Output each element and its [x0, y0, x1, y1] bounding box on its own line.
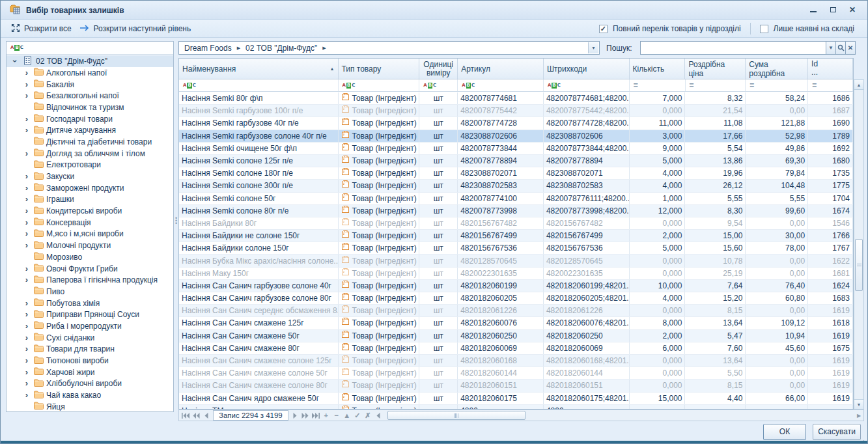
tree-item[interactable]: › Закуски — [7, 171, 173, 182]
hscroll-left-button[interactable] — [373, 411, 384, 420]
table-row[interactable]: Насіння ТМ ... Товар (Інгредієнт) шт 482… — [179, 405, 853, 409]
tree-item[interactable]: › Тютюнові вироби — [7, 355, 173, 367]
breadcrumb-segment[interactable]: 02 ТОВ "Дрім-Фудс" — [245, 44, 317, 53]
cancel-edit-button[interactable]: ✗ — [363, 411, 373, 420]
chevron-right-icon[interactable]: › — [22, 299, 31, 308]
column-header-quantity[interactable]: Кількість — [630, 59, 686, 79]
chevron-right-icon[interactable]: › — [22, 356, 31, 365]
tree-item[interactable]: › М,ясо і м,ясні вироби — [7, 229, 173, 240]
table-row[interactable]: Насіння Сан Санич смажене солоне 80г Тов… — [179, 380, 853, 392]
column-header-price[interactable]: Роздрібна ціна — [685, 59, 746, 79]
chevron-right-icon[interactable]: › — [22, 379, 31, 388]
tree-item[interactable]: › Хлібобулочні вироби — [7, 378, 173, 390]
confirm-button[interactable]: ✓ — [352, 411, 363, 420]
filter-cell[interactable]: ABC — [544, 79, 630, 91]
horizontal-scrollbar-thumb[interactable] — [387, 411, 525, 420]
minimize-button[interactable] — [804, 3, 823, 16]
tree-item[interactable]: › Заморожені продукти — [7, 182, 173, 194]
first-record-button[interactable] — [180, 411, 191, 420]
panel-splitter[interactable]: ••• — [174, 41, 178, 412]
column-header-unit[interactable]: Одиниці виміру — [419, 59, 458, 79]
table-row[interactable]: Насіння Сан Санич середнє обсмаження 8..… — [179, 305, 853, 317]
table-row[interactable]: Насіння Сан Санич гарбузове солоне 80г Т… — [179, 292, 853, 305]
column-header-name[interactable]: Найменування▲ — [179, 59, 339, 79]
filter-cell[interactable]: ABC — [179, 79, 339, 91]
cancel-button[interactable]: Скасувати — [813, 424, 861, 440]
tree-item[interactable]: › Паперова ї гігієнічна продукція — [7, 274, 173, 286]
table-row[interactable]: Насіння Semki солоне 180г п/е Товар (Інг… — [179, 167, 853, 180]
chevron-right-icon[interactable]: › — [22, 322, 31, 331]
tree-item[interactable]: › Алкогольні напої — [7, 67, 173, 79]
table-row[interactable]: Насіння Байдики солоне 150г Товар (Інгре… — [179, 242, 853, 255]
prev-record-button[interactable] — [201, 411, 212, 420]
tree-item[interactable]: › Яйця — [7, 401, 173, 411]
full-list-checkbox-box[interactable]: ✓ — [599, 25, 608, 33]
chevron-right-icon[interactable]: › — [22, 218, 31, 227]
tree-item[interactable]: › Догляд за обличчям і тілом — [7, 148, 173, 160]
filter-cell[interactable]: = — [686, 79, 746, 91]
table-row[interactable]: Насіння Сан Санич смажене 125г Товар (Ін… — [179, 317, 853, 329]
chevron-down-icon[interactable]: › — [10, 57, 20, 66]
add-record-button[interactable]: + — [321, 411, 331, 420]
horizontal-scrollbar[interactable] — [384, 411, 853, 420]
table-row[interactable]: Насіння Сан Санич ядро смажене 50г Товар… — [179, 393, 853, 405]
tree-item[interactable]: › Побутова хімія — [7, 298, 173, 309]
table-row[interactable]: Насіння Semki солоне 50г Товар (Інгредіє… — [179, 193, 853, 205]
full-list-checkbox[interactable]: ✓ Повний перелік товарів у підрозділі — [593, 24, 748, 33]
search-clear-button[interactable]: ✕ — [846, 41, 856, 55]
tree-item[interactable]: › Дієтичні та діабетичні товари — [7, 136, 173, 148]
tree-item[interactable]: › Приправи Прянощі Соуси — [7, 309, 173, 320]
column-header-id[interactable]: Id... — [808, 59, 853, 79]
column-header-article[interactable]: Артикул — [458, 59, 544, 79]
search-button[interactable] — [836, 41, 846, 55]
table-row[interactable]: Насіння Semki 80г ф\п Товар (Інгредієнт)… — [179, 92, 853, 105]
in-stock-checkbox[interactable]: ✓ Лише наявні на складі — [753, 24, 861, 33]
table-row[interactable]: Насіння Semki солоне 80г п/е Товар (Інгр… — [179, 205, 853, 217]
column-header-barcodes[interactable]: Штрихкоди — [544, 59, 630, 79]
tree-item[interactable]: › Чай кава какао — [7, 389, 173, 401]
chevron-right-icon[interactable]: › — [22, 275, 31, 284]
chevron-right-icon[interactable]: › — [22, 115, 31, 124]
table-row[interactable]: Насіння Бубка Мікс арахіс/насіння солоне… — [179, 255, 853, 267]
table-row[interactable]: Насіння Маку 150г Товар (Інгредієнт) шт … — [179, 268, 853, 280]
search-dropdown-button[interactable]: ▼ — [826, 41, 836, 55]
table-row[interactable]: Насіння Semki гарбузове 40г п/е Товар (І… — [179, 117, 853, 130]
expand-all-button[interactable]: Розкрити все — [7, 21, 76, 36]
hscroll-right-button[interactable]: ▶ — [854, 413, 863, 419]
vertical-scrollbar-thumb[interactable] — [855, 239, 863, 291]
last-record-button[interactable] — [311, 411, 321, 420]
delete-record-button[interactable]: − — [331, 411, 342, 420]
chevron-right-icon[interactable]: › — [22, 195, 31, 204]
filter-cell[interactable]: = — [746, 79, 808, 91]
edit-record-button[interactable]: ▲ — [342, 411, 352, 420]
restore-button[interactable] — [823, 3, 843, 16]
table-row[interactable]: Насіння Semki солоне 125г п/е Товар (Інг… — [179, 155, 853, 167]
chevron-right-icon[interactable]: › — [22, 184, 31, 193]
tree-filter-row[interactable]: ABC — [7, 42, 173, 55]
breadcrumb-segment[interactable]: Dream Foods — [184, 44, 232, 53]
chevron-right-icon[interactable]: › — [22, 149, 31, 158]
tree-item[interactable]: › Дитяче харчування — [7, 124, 173, 136]
chevron-right-icon[interactable]: › — [22, 68, 31, 77]
tree-item[interactable]: › Харчові жири — [7, 367, 173, 378]
column-header-type[interactable]: Тип товару — [339, 59, 420, 79]
tree-item[interactable]: › Сухі сніданки — [7, 332, 173, 344]
chevron-right-icon[interactable]: › — [22, 264, 31, 273]
tree-item[interactable]: › Овочі Фрукти Гриби — [7, 263, 173, 275]
chevron-right-icon[interactable]: › — [22, 229, 31, 238]
tree-item[interactable]: › Пиво — [7, 286, 173, 298]
tree-item[interactable]: › Морозиво — [7, 251, 173, 263]
chevron-right-icon[interactable]: › — [22, 333, 31, 342]
table-row[interactable]: Насіння Сан Санич смажене солоне 125г То… — [179, 355, 853, 367]
chevron-right-icon[interactable]: › — [22, 206, 31, 215]
table-row[interactable]: Насіння Semki очищене 50г ф\п Товар (Інг… — [179, 143, 853, 155]
table-row[interactable]: Насіння Сан Санич смажене 50г Товар (Інг… — [179, 330, 853, 342]
table-row[interactable]: Насіння Semki гарбузове 100г п/е Товар (… — [179, 105, 853, 117]
tree-item[interactable]: › Риба і морепродукти — [7, 320, 173, 332]
filter-cell[interactable]: ABC — [458, 79, 544, 91]
tree-item[interactable]: › Молочні продукти — [7, 240, 173, 251]
table-row[interactable]: Насіння Сан Санич смажене солоне 50г Тов… — [179, 367, 853, 380]
tree-item[interactable]: › Відпочинок та туризм — [7, 102, 173, 113]
breadcrumb-combobox[interactable]: Dream Foods ▶ 02 ТОВ "Дрім-Фудс" ▶ ▼ — [178, 41, 600, 55]
table-row[interactable]: Насіння Сан Санич смажене 80г Товар (Інг… — [179, 342, 853, 355]
